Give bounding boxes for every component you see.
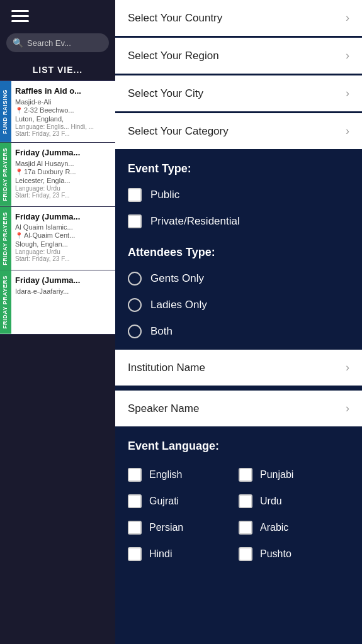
event-start: Start: Friday, 23 F... [15,192,111,199]
event-content: Friday (Jumma... Idara-e-Jaafariy... [11,270,115,334]
event-type-header: Event Type: [115,151,362,182]
pin-icon: 📍 [15,107,23,114]
attendees-type-header: Attendees Type: [115,235,362,265]
pushto-checkbox[interactable] [239,547,252,561]
hamburger-line-1 [11,10,29,12]
ladies-only-radio-row[interactable]: Ladies Only [115,292,362,318]
event-org: Masjid Al Husayn... [15,160,111,167]
event-content: Raffles in Aid o... Masjid-e-Ali 📍 2-32 … [11,81,115,142]
language-grid: English Punjabi Gujrati Urdu Persian Ara… [115,459,362,574]
both-label: Both [150,325,173,338]
chevron-right-icon: › [346,402,349,415]
gujrati-checkbox[interactable] [128,494,142,508]
search-input[interactable]: Search Ev... [27,38,71,48]
both-radio-row[interactable]: Both [115,318,362,345]
punjabi-label: Punjabi [260,469,293,480]
select-region-label: Select Your Region [128,50,219,62]
select-country-row[interactable]: Select Your Country › [115,0,362,36]
select-city-row[interactable]: Select Your City › [115,75,362,111]
persian-label: Persian [149,522,183,533]
event-content: Friday (Jumma... Al Quaim Islamic... 📍 A… [11,207,115,270]
event-start: Start: Friday, 23 F... [15,130,111,137]
list-item[interactable]: FRIDAY PRAYERS Friday (Jumma... Al Quaim… [0,207,115,271]
public-checkbox[interactable] [128,188,142,202]
english-lang-row[interactable]: English [128,462,239,488]
list-item[interactable]: FRIDAY PRAYERS Friday (Jumma... Masjid A… [0,143,115,207]
pushto-lang-row[interactable]: Pushto [239,541,349,567]
event-org: Idara-e-Jaafariy... [15,287,111,295]
chevron-right-icon: › [346,125,349,138]
list-item[interactable]: FRIDAY PRAYERS Friday (Jumma... Idara-e-… [0,270,115,335]
hamburger-line-3 [11,20,29,22]
speaker-name-row[interactable]: Speaker Name › [115,391,362,426]
select-region-row[interactable]: Select Your Region › [115,38,362,74]
hindi-checkbox[interactable] [128,547,142,561]
punjabi-lang-row[interactable]: Punjabi [239,462,349,488]
event-language: Language: Urdu [15,248,111,255]
event-addr: 📍 Al-Quaim Cent... [15,231,111,239]
event-start: Start: Friday, 23 F... [15,255,111,262]
filter-panel: Select Your Country › Select Your Region… [115,0,362,644]
hindi-lang-row[interactable]: Hindi [128,541,239,567]
event-tag-friday: FRIDAY PRAYERS [0,270,11,334]
persian-checkbox[interactable] [128,521,142,535]
select-country-label: Select Your Country [128,12,222,25]
event-title: Friday (Jumma... [15,212,111,223]
public-label: Public [150,189,179,201]
event-addr: 📍 2-32 Beechwo... [15,106,111,114]
list-item[interactable]: FUND RAISING Raffles in Aid o... Masjid-… [0,81,115,143]
gents-only-radio[interactable] [128,272,142,286]
hindi-label: Hindi [149,548,172,560]
event-language-header: Event Language: [115,428,362,459]
event-tag-friday: FRIDAY PRAYERS [0,207,11,270]
chevron-right-icon: › [346,49,349,62]
punjabi-checkbox[interactable] [239,468,252,482]
urdu-lang-row[interactable]: Urdu [239,488,349,514]
search-bar[interactable]: 🔍 Search Ev... [6,33,109,52]
select-category-label: Select Your Category [128,125,229,138]
chevron-right-icon: › [346,361,349,374]
public-checkbox-row[interactable]: Public [115,182,362,208]
private-checkbox[interactable] [128,214,142,228]
private-label: Private/Residential [150,215,240,228]
institution-name-label: Institution Name [128,362,205,374]
gujrati-lang-row[interactable]: Gujrati [128,488,239,514]
arabic-lang-row[interactable]: Arabic [239,514,349,541]
gents-only-radio-row[interactable]: Gents Only [115,265,362,292]
urdu-label: Urdu [260,496,282,507]
event-tag-fundraising: FUND RAISING [0,81,11,142]
event-list: FUND RAISING Raffles in Aid o... Masjid-… [0,81,115,644]
institution-name-row[interactable]: Institution Name › [115,350,362,386]
search-icon: 🔍 [13,38,23,48]
event-address-text: 2-32 Beechwo... [24,106,74,114]
persian-lang-row[interactable]: Persian [128,514,239,541]
event-title: Friday (Jumma... [15,275,111,286]
event-addr: 📍 17a Duxbury R... [15,168,111,175]
gents-only-label: Gents Only [150,272,204,285]
select-category-row[interactable]: Select Your Category › [115,113,362,149]
event-language: Language: Urdu [15,185,111,192]
sidebar-header [0,0,115,28]
list-view-label: LIST VIE... [0,61,115,81]
chevron-right-icon: › [346,11,349,25]
event-org: Al Quaim Islamic... [15,223,111,231]
english-label: English [149,469,182,480]
english-checkbox[interactable] [128,468,142,482]
event-tag-friday: FRIDAY PRAYERS [0,143,11,206]
chevron-right-icon: › [346,87,349,100]
event-title: Friday (Jumma... [15,148,111,158]
event-org: Masjid-e-Ali [15,98,111,106]
arabic-checkbox[interactable] [239,521,252,535]
pin-icon: 📍 [15,232,23,239]
urdu-checkbox[interactable] [239,494,252,508]
hamburger-menu[interactable] [11,10,29,22]
arabic-label: Arabic [260,522,288,533]
ladies-only-label: Ladies Only [150,299,207,311]
pin-icon: 📍 [15,169,23,175]
event-title: Raffles in Aid o... [15,86,111,97]
ladies-only-radio[interactable] [128,298,142,312]
both-radio[interactable] [128,325,142,338]
event-address-text: Al-Quaim Cent... [24,231,75,239]
sidebar: 🔍 Search Ev... LIST VIE... FUND RAISING … [0,0,115,644]
private-checkbox-row[interactable]: Private/Residential [115,208,362,235]
